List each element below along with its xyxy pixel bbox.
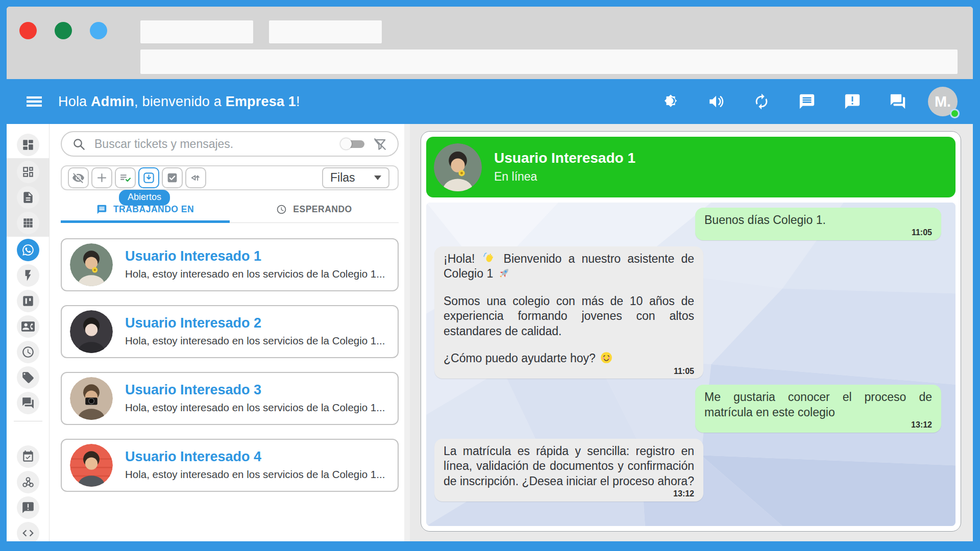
ticket-contact-name: Usuario Interesado 4	[125, 450, 385, 464]
clock-icon	[21, 345, 35, 359]
list-scrollbar[interactable]	[404, 124, 410, 541]
ticket-row[interactable]: Usuario Interesado 4Hola, estoy interesa…	[61, 439, 399, 492]
message-bubble: ¡Hola! Bienvenido a nuestro asistente de…	[434, 246, 703, 379]
sidebar-item-calendar-check[interactable]	[17, 445, 39, 468]
message-received: ¡Hola! Bienvenido a nuestro asistente de…	[434, 246, 703, 379]
online-status-dot	[950, 109, 960, 118]
volume-icon[interactable]	[707, 93, 725, 110]
rocket-emoji	[498, 266, 511, 280]
sidebar-item-grid[interactable]	[17, 212, 39, 234]
ticket-last-message: Hola, estoy interesado en los servicios …	[125, 335, 385, 347]
webhook-icon	[21, 475, 35, 489]
ticket-row[interactable]: Usuario Interesado 3Hola, estoy interesa…	[61, 372, 399, 425]
sidebar-item-dashboard[interactable]	[17, 134, 39, 156]
sidebar-item-flash[interactable]	[17, 264, 39, 287]
inbox-down-button[interactable]	[138, 167, 159, 188]
ticket-contact-name: Usuario Interesado 1	[125, 249, 385, 263]
search-bar	[61, 131, 399, 157]
sidebar-item-dashboard-outline[interactable]	[17, 161, 39, 183]
browser-tab-2[interactable]	[269, 20, 382, 43]
app-header: Hola Admin, bienvenido a Empresa 1! M.	[7, 79, 973, 124]
message-list: Buenos días Colegio 1.11:05¡Hola! Bienve…	[426, 203, 955, 526]
eye-off-button[interactable]	[68, 167, 89, 188]
ticket-row[interactable]: Usuario Interesado 1Hola, estoy interesa…	[61, 238, 399, 291]
toggle-thumb	[340, 138, 352, 149]
sidebar-item-trello[interactable]	[17, 290, 39, 312]
contact-name: Usuario Interesado 1	[494, 151, 635, 165]
ticket-toolbar: Filas Abiertos	[61, 165, 399, 190]
window-titlebar	[7, 7, 973, 79]
ticket-list: Usuario Interesado 1Hola, estoy interesa…	[61, 238, 399, 492]
document-icon	[21, 191, 35, 204]
sidebar-item-tag[interactable]	[17, 366, 39, 389]
chat-header: Usuario Interesado 1 En línea	[426, 137, 955, 197]
tab-esperando[interactable]: ESPERANDO	[230, 196, 399, 223]
search-toggle[interactable]	[340, 138, 365, 149]
whatsapp-icon	[21, 243, 35, 257]
close-window-button[interactable]	[19, 22, 37, 39]
message-bubble: Buenos días Colegio 1.11:05	[695, 208, 941, 240]
ticket-contact-name: Usuario Interesado 2	[125, 316, 385, 330]
contact-phone-icon	[21, 320, 35, 333]
ticket-row[interactable]: Usuario Interesado 2Hola, estoy interesa…	[61, 305, 399, 358]
clock-icon	[276, 204, 287, 215]
chat-body: Buenos días Colegio 1.11:05¡Hola! Bienve…	[426, 203, 955, 526]
code-icon	[21, 527, 35, 540]
contact-avatar	[70, 377, 113, 420]
menu-icon[interactable]	[24, 91, 44, 112]
message-sent: Me gustaria conocer el proceso de matríc…	[695, 385, 941, 432]
ticket-last-message: Hola, estoy interesado en los servicios …	[125, 268, 385, 280]
chat-icon[interactable]	[798, 93, 816, 110]
sidebar-item-clock[interactable]	[17, 341, 39, 363]
tickets-panel: Filas Abiertos TRABAJANDO ENESPERANDO Us…	[50, 124, 410, 541]
message-time: 11:05	[704, 228, 932, 237]
flash-icon	[21, 269, 35, 282]
tab-label: ESPERANDO	[293, 204, 352, 215]
maximize-window-button[interactable]	[90, 22, 107, 39]
chevron-down-icon	[374, 176, 381, 180]
wave-emoji	[482, 252, 496, 265]
browser-tab-1[interactable]	[140, 20, 253, 43]
filter-off-icon[interactable]	[373, 137, 387, 152]
send-up-button[interactable]	[185, 167, 206, 188]
sidebar-item-whatsapp[interactable]	[17, 239, 39, 261]
tag-icon	[21, 371, 35, 384]
queues-select[interactable]: Filas	[322, 167, 389, 188]
forum-icon[interactable]	[889, 93, 906, 110]
message-time: 13:12	[704, 420, 932, 430]
forum-icon	[21, 396, 35, 410]
chat-area: Usuario Interesado 1 En línea	[410, 124, 973, 541]
sidebar-item-contact-phone[interactable]	[17, 315, 39, 338]
checkbox-icon	[166, 171, 179, 184]
open-tickets-tooltip: Abiertos	[119, 190, 170, 206]
sidebar-item-document[interactable]	[17, 186, 39, 209]
sidebar-item-message-alert[interactable]	[17, 496, 39, 519]
blush-emoji	[600, 351, 613, 364]
user-avatar[interactable]: M.	[928, 87, 958, 116]
sidebar-item-forum[interactable]	[17, 392, 39, 414]
ticket-contact-name: Usuario Interesado 3	[125, 383, 385, 397]
send-up-icon	[189, 171, 202, 184]
toolbar-buttons	[68, 167, 209, 188]
checkbox-button[interactable]	[162, 167, 183, 188]
message-sent: Buenos días Colegio 1.11:05	[695, 208, 941, 240]
minimize-window-button[interactable]	[55, 22, 72, 39]
grid-icon	[21, 216, 35, 230]
brightness-icon[interactable]	[662, 93, 679, 110]
header-actions	[662, 93, 906, 110]
main-content: Filas Abiertos TRABAJANDO ENESPERANDO Us…	[7, 124, 973, 541]
sidebar-item-code[interactable]	[17, 522, 39, 541]
sidebar-item-webhook[interactable]	[17, 471, 39, 493]
chat-alert-icon[interactable]	[844, 93, 861, 110]
message-bubble: Me gustaria conocer el proceso de matríc…	[695, 385, 941, 432]
search-input[interactable]	[93, 137, 333, 152]
playlist-check-button[interactable]	[115, 167, 136, 188]
address-bar[interactable]	[140, 49, 958, 74]
plus-button[interactable]	[91, 167, 112, 188]
icon-sidebar	[7, 124, 50, 541]
contact-avatar	[70, 310, 113, 353]
chat-card: Usuario Interesado 1 En línea	[421, 131, 961, 532]
inbox-down-icon	[142, 171, 155, 184]
sync-icon[interactable]	[753, 93, 770, 110]
message-time: 13:12	[444, 489, 694, 498]
